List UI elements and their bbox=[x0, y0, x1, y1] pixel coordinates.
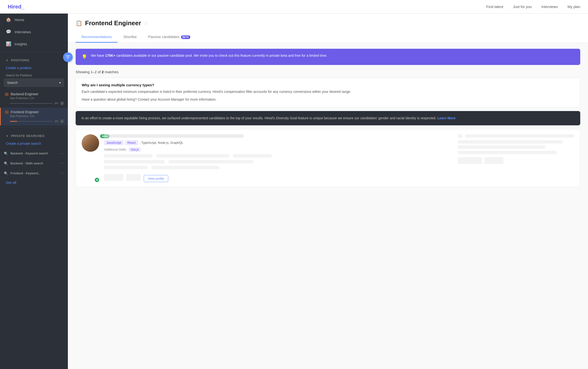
briefcase-icon-backend: 💼 bbox=[5, 92, 9, 96]
positions-section-label: Positions bbox=[11, 58, 29, 62]
bulb-icon: 💡 bbox=[81, 53, 88, 61]
backend-progress-bar bbox=[10, 103, 53, 104]
skill-react: React bbox=[125, 140, 138, 145]
right-chip-1 bbox=[458, 157, 482, 164]
backend-skills-more-icon[interactable]: ··· bbox=[60, 161, 64, 166]
currency-info-box: Why am I seeing multiple currency types?… bbox=[76, 78, 580, 107]
sidebar-interviews-label: Interviews bbox=[15, 30, 31, 34]
passive-candidates-label: Passive candidates bbox=[148, 35, 179, 39]
sidebar-item-interviews[interactable]: 💬 Interviews bbox=[0, 26, 68, 38]
frontend-engineer-name: Frontend Engineer bbox=[11, 110, 39, 114]
create-private-search-link[interactable]: Create a private search bbox=[0, 140, 68, 148]
sidebar-item-insights[interactable]: 📊 Insights bbox=[0, 38, 68, 50]
private-search-frontend-keyword[interactable]: 🔍 Frontend - Keyword... ··· bbox=[0, 168, 68, 178]
candidate-right-panel bbox=[458, 134, 574, 182]
right-line-2 bbox=[458, 140, 563, 144]
search-select-chevron-icon: ▾ bbox=[59, 81, 61, 85]
right-line-1 bbox=[465, 134, 574, 138]
additional-skills-row: Additional Skills: Vue.js bbox=[104, 148, 453, 151]
positions-section-header[interactable]: ▼ Positions bbox=[0, 54, 68, 64]
backend-progress-count: 0/6 bbox=[55, 102, 58, 105]
frontend-progress-fill bbox=[10, 121, 17, 122]
currency-info-body2: Have a question about global hiring? Con… bbox=[82, 97, 574, 102]
candidate-meta-1 bbox=[104, 154, 152, 158]
skills-row: JavaScript React , TypeScript, Node.js, … bbox=[104, 140, 453, 145]
skills-search-icon: 🔍 bbox=[4, 162, 8, 165]
private-search-backend-skills[interactable]: 🔍 Backend - Skills search ··· bbox=[0, 158, 68, 168]
diversity-banner-text: In an effort to create a more equitable … bbox=[81, 116, 437, 120]
svg-rect-1 bbox=[68, 57, 69, 57]
page-title-briefcase-icon: 📋 bbox=[76, 20, 82, 26]
sidebar-home-label: Home bbox=[15, 18, 24, 22]
candidate-detail-1 bbox=[104, 160, 165, 164]
tab-shortlist[interactable]: Shortlist bbox=[118, 32, 142, 43]
private-search-backend-keyword[interactable]: 🔍 Backend - Keyword search ··· bbox=[0, 148, 68, 158]
candidate-detail-3 bbox=[104, 166, 148, 169]
create-position-link[interactable]: Create a position bbox=[0, 64, 68, 73]
main-layout: 🏠 Home 💬 Interviews 📊 Insights ▼ Positio… bbox=[0, 14, 588, 369]
sidebar-insights-label: Insights bbox=[15, 42, 27, 46]
app-logo[interactable]: Hired_ bbox=[8, 4, 24, 10]
right-line-4 bbox=[458, 151, 557, 154]
nav-my-plan[interactable]: My plan bbox=[568, 5, 580, 9]
svg-rect-0 bbox=[68, 55, 70, 56]
backend-engineer-location: San Francisco, CA bbox=[5, 96, 64, 100]
passive-candidates-banner: 💡 We have 175K+ candidates available in … bbox=[76, 49, 580, 65]
matches-label: Showing 1–2 of bbox=[76, 70, 102, 74]
nav-links: Find talent Just for you Interviews My p… bbox=[486, 5, 580, 9]
frontend-keyword-search-icon: 🔍 bbox=[4, 171, 8, 175]
page-title: Frontend Engineer bbox=[85, 19, 141, 27]
frontend-info-icon[interactable]: i bbox=[60, 119, 64, 123]
candidate-name-blurred bbox=[104, 134, 243, 138]
private-searches-section-header[interactable]: ▼ Private searches bbox=[0, 130, 68, 140]
search-positions-label: Search for Positions bbox=[4, 74, 64, 79]
currency-info-body1: Each candidate's expected minimum compen… bbox=[82, 89, 574, 94]
position-item-backend-engineer[interactable]: 💼 Backend Engineer San Francisco, CA 0/6… bbox=[0, 90, 68, 108]
nav-interviews[interactable]: Interviews bbox=[541, 5, 558, 9]
filter-button[interactable] bbox=[68, 52, 73, 62]
frontend-progress-bar bbox=[10, 121, 53, 122]
candidate-detail-2 bbox=[168, 160, 253, 164]
insights-icon: 📊 bbox=[6, 41, 11, 47]
candidate-meta-2 bbox=[156, 154, 229, 158]
backend-engineer-name: Backend Engineer bbox=[11, 92, 38, 96]
action-btn-blurred-2 bbox=[126, 174, 141, 181]
diversity-banner: In an effort to create a more equitable … bbox=[76, 111, 580, 125]
sidebar-item-home[interactable]: 🏠 Home bbox=[0, 14, 68, 26]
action-btn-blurred bbox=[104, 174, 123, 181]
passive-highlight: 175K+ bbox=[105, 54, 115, 57]
nav-find-talent[interactable]: Find talent bbox=[486, 5, 503, 9]
page-header: 📋 Frontend Engineer ☆ Recommendations Sh… bbox=[68, 14, 588, 43]
see-all-link[interactable]: See all bbox=[0, 178, 68, 187]
logo-text: Hired bbox=[8, 4, 21, 10]
keyword-search-icon: 🔍 bbox=[4, 152, 8, 155]
candidate-avatar-wrapper: ★ New bbox=[82, 134, 99, 182]
favorite-star-icon[interactable]: ☆ bbox=[144, 20, 148, 26]
tab-passive-candidates[interactable]: Passive candidatesBETA bbox=[142, 32, 196, 43]
main-content: 💡 We have 175K+ candidates available in … bbox=[68, 43, 588, 369]
nav-just-for-you[interactable]: Just for you bbox=[513, 5, 532, 9]
matches-count-text: Showing 1–2 of 2 matches bbox=[76, 70, 580, 74]
candidate-card: ★ New JavaScript React , TypeScript, Nod… bbox=[76, 129, 580, 187]
candidate-meta-row3 bbox=[104, 166, 453, 169]
backend-keyword-more-icon[interactable]: ··· bbox=[60, 151, 64, 156]
position-item-frontend-engineer[interactable]: 💼 Frontend Engineer San Francisco, CA 1/… bbox=[0, 108, 68, 126]
candidate-meta-3 bbox=[233, 154, 272, 158]
candidate-actions: View profile bbox=[104, 173, 453, 182]
right-line-3 bbox=[458, 145, 545, 149]
logo-underscore: _ bbox=[21, 4, 24, 10]
matches-suffix: matches bbox=[104, 70, 119, 74]
page-title-row: 📋 Frontend Engineer ☆ bbox=[76, 19, 580, 27]
interviews-icon: 💬 bbox=[6, 29, 11, 34]
candidate-avatar bbox=[82, 134, 99, 152]
frontend-keyword-more-icon[interactable]: ··· bbox=[60, 171, 64, 176]
content-area: 📋 Frontend Engineer ☆ Recommendations Sh… bbox=[68, 14, 588, 369]
positions-chevron-icon: ▼ bbox=[6, 59, 9, 62]
search-positions-select[interactable]: Search ▾ bbox=[4, 79, 64, 87]
learn-more-link[interactable]: Learn More bbox=[437, 116, 456, 120]
right-icon-1 bbox=[458, 134, 463, 138]
backend-info-icon[interactable]: i bbox=[60, 101, 64, 105]
view-profile-button[interactable]: View profile bbox=[144, 175, 168, 182]
search-positions-wrapper: Search for Positions Search ▾ bbox=[0, 73, 68, 90]
tab-recommendations[interactable]: Recommendations bbox=[76, 32, 118, 43]
